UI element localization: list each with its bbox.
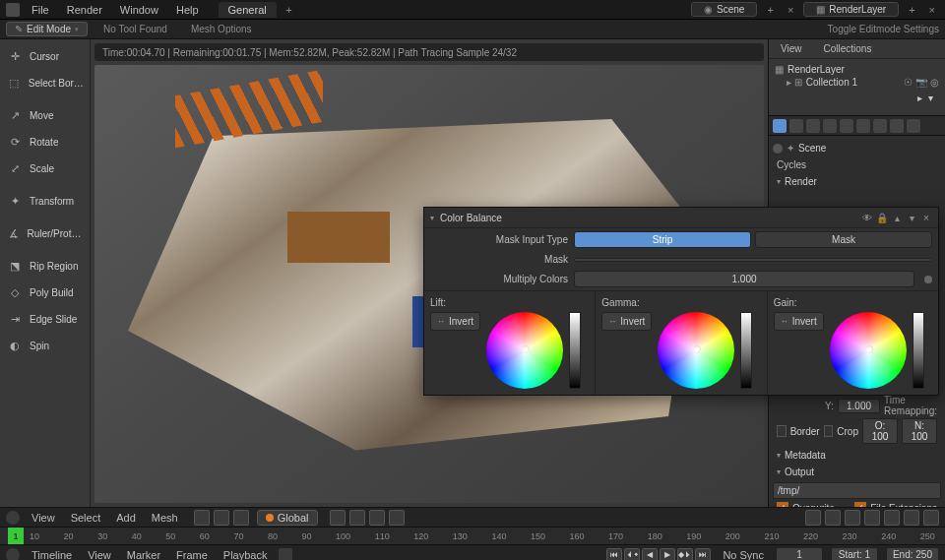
scene-selector[interactable]: ◉Scene bbox=[691, 2, 757, 17]
lift-invert-button[interactable]: ↔Invert bbox=[430, 312, 480, 331]
mask-type-mask[interactable]: Mask bbox=[755, 231, 932, 248]
tool-spin[interactable]: ◐Spin bbox=[2, 333, 88, 358]
render-layer-selector[interactable]: ▦RenderLayer bbox=[803, 2, 899, 17]
tool-ruler[interactable]: ∡Ruler/Protrac... bbox=[2, 220, 88, 246]
tool-transform[interactable]: ✦Transform bbox=[2, 188, 88, 214]
props-tab-particles[interactable] bbox=[890, 119, 904, 133]
fileext-checkbox[interactable] bbox=[854, 502, 866, 507]
tl-playback[interactable]: Playback bbox=[220, 549, 272, 561]
prop-edit-icon[interactable] bbox=[369, 510, 385, 526]
keyframe-next-icon[interactable]: ◆⏵ bbox=[677, 548, 693, 561]
menu-render[interactable]: Render bbox=[61, 2, 108, 18]
props-tab-layers[interactable] bbox=[806, 119, 820, 133]
props-tab-scene[interactable] bbox=[823, 119, 837, 133]
shading-solid-icon[interactable] bbox=[825, 510, 841, 526]
mesh-options[interactable]: Mesh Options bbox=[183, 24, 260, 34]
engine-label[interactable]: Cycles bbox=[773, 156, 941, 173]
pivot-icon[interactable] bbox=[330, 510, 346, 526]
section-metadata[interactable]: Metadata bbox=[773, 447, 941, 464]
gamma-invert-button[interactable]: ↔Invert bbox=[601, 312, 652, 331]
props-tab-object[interactable] bbox=[856, 119, 870, 133]
render-icon[interactable]: ◎ bbox=[930, 77, 939, 88]
timeline-editor-icon[interactable] bbox=[6, 548, 20, 561]
overwrite-checkbox[interactable] bbox=[777, 502, 788, 507]
play-reverse-icon[interactable]: ◀ bbox=[642, 548, 658, 561]
multiply-field[interactable]: 1.000 bbox=[574, 271, 914, 287]
props-tab-output[interactable] bbox=[789, 119, 803, 133]
overlays-icon[interactable] bbox=[884, 510, 900, 526]
breadcrumb-scene[interactable]: Scene bbox=[798, 143, 826, 154]
section-render[interactable]: Render bbox=[773, 173, 941, 190]
tl-timeline[interactable]: Timeline bbox=[28, 549, 76, 561]
shading-rendered-icon[interactable] bbox=[864, 510, 880, 526]
border-checkbox[interactable] bbox=[777, 425, 787, 437]
outliner-tab-view[interactable]: View bbox=[773, 41, 810, 56]
xray-icon[interactable] bbox=[923, 510, 939, 526]
timeline-ruler[interactable]: 1 10203040506070809010011012013014015016… bbox=[0, 527, 945, 544]
panel-close-icon[interactable]: × bbox=[920, 212, 932, 223]
tl-view[interactable]: View bbox=[84, 549, 115, 561]
end-frame-field[interactable]: End: 250 bbox=[886, 547, 939, 560]
remap-old[interactable]: O: 100 bbox=[862, 418, 898, 444]
start-frame-field[interactable]: Start: 1 bbox=[831, 547, 878, 560]
panel-eye-icon[interactable]: 👁 bbox=[861, 212, 873, 223]
keyframe-prev-icon[interactable]: ⏴◆ bbox=[624, 548, 640, 561]
filter-icon[interactable]: ☉ bbox=[904, 77, 913, 88]
current-frame-field[interactable]: 1 bbox=[776, 547, 823, 560]
layer-add[interactable]: + bbox=[905, 4, 918, 16]
tool-move[interactable]: ↗Move bbox=[2, 102, 88, 128]
menu-file[interactable]: File bbox=[26, 2, 55, 18]
remap-new[interactable]: N: 100 bbox=[902, 418, 937, 444]
gizmo-icon[interactable] bbox=[904, 510, 919, 526]
gamma-value-slider[interactable] bbox=[740, 312, 752, 389]
tool-poly-build[interactable]: ◇Poly Build bbox=[2, 280, 88, 305]
gamma-picker[interactable] bbox=[693, 345, 701, 353]
gain-color-wheel[interactable] bbox=[830, 312, 907, 389]
lift-value-slider[interactable] bbox=[569, 312, 581, 389]
aspect-y-field[interactable]: 1.000 bbox=[838, 399, 880, 413]
timeline-cursor[interactable]: 1 bbox=[8, 528, 24, 544]
output-path-field[interactable]: /tmp/ bbox=[773, 482, 941, 499]
mode-face-icon[interactable] bbox=[233, 510, 249, 526]
outliner-add-icon[interactable]: ▸ bbox=[917, 93, 922, 103]
menu-help[interactable]: Help bbox=[170, 2, 205, 18]
mode-vert-icon[interactable] bbox=[194, 510, 210, 526]
section-output[interactable]: Output bbox=[773, 464, 941, 480]
tl-frame[interactable]: Frame bbox=[172, 549, 212, 561]
header-view[interactable]: View bbox=[28, 512, 59, 524]
tool-edge-slide[interactable]: ⇥Edge Slide bbox=[2, 306, 88, 332]
panel-move-up-icon[interactable]: ▴ bbox=[891, 212, 903, 223]
scene-remove[interactable]: × bbox=[784, 4, 797, 16]
panel-move-down-icon[interactable]: ▾ bbox=[906, 212, 917, 223]
crop-checkbox[interactable] bbox=[824, 425, 834, 437]
tool-rip-region[interactable]: ⬔Rip Region bbox=[2, 253, 88, 279]
mask-type-strip[interactable]: Strip bbox=[574, 231, 751, 248]
header-select[interactable]: Select bbox=[67, 512, 105, 524]
editor-type-icon[interactable] bbox=[6, 511, 20, 525]
header-add[interactable]: Add bbox=[112, 512, 140, 524]
tool-rotate[interactable]: ⟳Rotate bbox=[2, 129, 88, 155]
outliner-collection[interactable]: ▸ ⊞Collection 1 ☉📷◎ bbox=[775, 76, 939, 89]
lift-color-wheel[interactable] bbox=[486, 312, 563, 389]
camera-icon[interactable]: 📷 bbox=[915, 77, 927, 88]
edit-mode-selector[interactable]: ✎Edit Mode▾ bbox=[6, 22, 88, 36]
lift-picker[interactable] bbox=[522, 345, 530, 353]
autokey-icon[interactable] bbox=[279, 548, 292, 561]
jump-start-icon[interactable]: ⏮ bbox=[606, 548, 622, 561]
gain-invert-button[interactable]: ↔Invert bbox=[774, 312, 824, 331]
tl-marker[interactable]: Marker bbox=[123, 549, 164, 561]
layers-icon[interactable] bbox=[389, 510, 405, 526]
orientation-select[interactable]: Global bbox=[257, 510, 318, 526]
pin-icon[interactable] bbox=[773, 144, 783, 154]
multiply-anim-dot[interactable] bbox=[924, 276, 932, 283]
toggle-editmode-settings[interactable]: Toggle Editmode Settings bbox=[828, 24, 939, 34]
props-tab-modifier[interactable] bbox=[873, 119, 887, 133]
snap-icon[interactable] bbox=[349, 510, 365, 526]
shading-lookdev-icon[interactable] bbox=[845, 510, 860, 526]
props-tab-render[interactable] bbox=[773, 119, 787, 133]
outliner-renderlayer[interactable]: ▦RenderLayer bbox=[775, 63, 939, 76]
gain-value-slider[interactable] bbox=[913, 312, 924, 389]
outliner-remove-icon[interactable]: ▾ bbox=[928, 93, 933, 103]
shading-wire-icon[interactable] bbox=[805, 510, 821, 526]
tool-cursor[interactable]: ✛Cursor bbox=[2, 43, 88, 69]
